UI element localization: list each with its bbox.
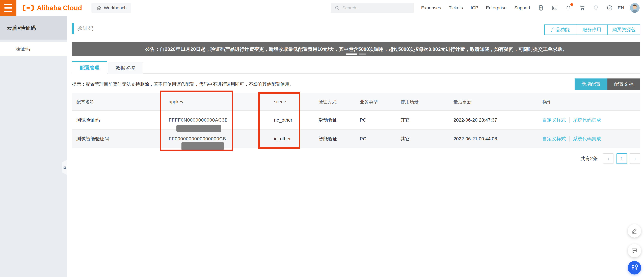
config-docs-button[interactable]: 配置文档 — [608, 78, 640, 90]
action-separator — [569, 136, 570, 142]
sidebar-header: 云盾●验证码 — [0, 16, 67, 40]
topbar-divider — [87, 4, 87, 12]
workbench-button[interactable]: Workbench — [92, 3, 131, 13]
sidebar-item-captcha[interactable]: 验证码 — [0, 42, 67, 56]
title-accent-bar — [72, 23, 74, 34]
logo-text: Alibaba Cloud — [37, 4, 82, 12]
cell-scene: nc_other — [270, 111, 314, 130]
current-page-button[interactable]: 1 — [616, 154, 627, 164]
service-suspend-button[interactable]: 服务停用 — [576, 24, 608, 35]
announcement-carousel — [346, 54, 366, 55]
system-code-link[interactable]: 系统代码集成 — [573, 117, 601, 123]
hint-text: 提示：配置管理目前暂时无法支持删除，若不再使用该条配置，代码中不进行调用即可，不… — [72, 81, 294, 87]
cell-last-updated: 2022-06-20 23:47:37 — [449, 111, 538, 130]
home-icon — [96, 5, 102, 10]
widgets-button[interactable] — [628, 261, 641, 274]
page-header: 验证码 产品功能 服务停用 购买资源包 — [67, 16, 644, 42]
console-terminal-icon[interactable] — [551, 4, 558, 11]
nav-link-tickets[interactable]: Tickets — [449, 5, 463, 10]
config-table: 配置名称 appkey scene 验证方式 业务类型 使用场景 最后更新 操作… — [72, 93, 640, 148]
custom-style-link[interactable]: 自定义样式 — [542, 136, 566, 142]
language-switcher[interactable]: EN — [618, 5, 624, 10]
main-content: 验证码 产品功能 服务停用 购买资源包 公告：自2020年11月20日起，验证码… — [67, 16, 644, 277]
total-count: 共有2条 — [580, 155, 598, 162]
col-usage-scene: 使用场景 — [396, 93, 449, 111]
tab-data-monitoring[interactable]: 数据监控 — [108, 62, 143, 74]
carousel-dash-active[interactable] — [346, 54, 357, 55]
cell-verify-type: 智能验证 — [314, 130, 356, 148]
cell-config-name: 测试智能验证码 — [72, 130, 164, 148]
cell-config-name: 测试验证码 — [72, 111, 164, 130]
pencil-icon — [631, 228, 638, 234]
system-code-link[interactable]: 系统代码集成 — [573, 136, 601, 142]
hamburger-menu-button[interactable] — [0, 0, 16, 16]
appkey-value: FF0000000000000000CB — [169, 136, 226, 142]
cell-biz-type: PC — [356, 130, 396, 148]
floating-buttons — [628, 224, 641, 274]
search-input[interactable] — [342, 5, 406, 10]
sidebar: 云盾●验证码 验证码 — [0, 16, 67, 277]
cart-icon[interactable] — [579, 4, 586, 11]
next-page-button[interactable]: › — [630, 154, 640, 164]
appkey-redaction — [176, 125, 221, 132]
workbench-label: Workbench — [104, 5, 126, 10]
topbar-icons: APP — [538, 4, 613, 11]
nav-link-icp[interactable]: ICP — [470, 5, 478, 10]
cell-verify-type: 滑动验证 — [314, 111, 356, 130]
page-title: 验证码 — [78, 25, 94, 32]
buy-resource-pack-button[interactable]: 购买资源包 — [608, 24, 640, 35]
col-verify-type: 验证方式 — [314, 93, 356, 111]
custom-style-link[interactable]: 自定义样式 — [542, 117, 566, 123]
cell-appkey: FF0000000000000000CB — [164, 130, 270, 148]
appkey-value: FFFF0N0000000000AC3B — [169, 117, 226, 123]
action-buttons: 新增配置 配置文档 — [574, 78, 640, 90]
page-header-buttons: 产品功能 服务停用 购买资源包 — [545, 24, 640, 35]
col-last-updated: 最后更新 — [449, 93, 538, 111]
col-actions: 操作 — [538, 93, 640, 111]
col-config-name: 配置名称 — [72, 93, 164, 111]
sidebar-collapse-handle[interactable] — [62, 160, 68, 175]
nav-link-enterprise[interactable]: Enterprise — [486, 5, 506, 10]
search-box[interactable] — [331, 3, 414, 13]
chat-support-button[interactable] — [628, 244, 641, 258]
cell-scene: ic_other — [270, 130, 314, 148]
svg-text:?: ? — [609, 6, 611, 10]
col-appkey: appkey — [164, 93, 270, 111]
carousel-dash-inactive[interactable] — [359, 54, 366, 55]
product-features-button[interactable]: 产品功能 — [544, 24, 576, 35]
topbar: Alibaba Cloud Workbench Expenses Tickets… — [0, 0, 644, 16]
user-avatar[interactable] — [630, 3, 640, 13]
tab-bar: 配置管理 数据监控 — [72, 61, 640, 74]
chat-icon — [631, 248, 638, 254]
topbar-links: Expenses Tickets ICP Enterprise Support — [421, 5, 530, 10]
col-biz-type: 业务类型 — [356, 93, 396, 111]
action-separator — [569, 117, 570, 123]
cell-last-updated: 2022-06-21 00:44:08 — [449, 130, 538, 148]
floating-divider — [628, 240, 641, 241]
tab-config-management[interactable]: 配置管理 — [72, 61, 107, 74]
table-header-row: 配置名称 appkey scene 验证方式 业务类型 使用场景 最后更新 操作 — [72, 93, 640, 111]
search-icon — [334, 5, 340, 10]
cell-biz-type: PC — [356, 111, 396, 130]
lightbulb-icon[interactable] — [592, 4, 599, 11]
alibaba-cloud-logo-icon — [22, 4, 34, 12]
help-icon[interactable]: ? — [606, 4, 613, 11]
pagination: 共有2条 ‹ 1 › — [67, 154, 640, 164]
appkey-redaction — [182, 142, 224, 150]
prev-page-button[interactable]: ‹ — [603, 154, 614, 164]
add-config-button[interactable]: 新增配置 — [574, 78, 608, 90]
col-scene: scene — [270, 93, 314, 111]
announcement-text: 公告：自2020年11月20日起，验证码产品进行计费变更，新增收取最低配置费用1… — [145, 46, 567, 53]
feedback-button[interactable] — [628, 224, 641, 238]
cell-usage-scene: 其它 — [396, 130, 449, 148]
mobile-app-icon[interactable]: APP — [538, 4, 544, 11]
nav-link-support[interactable]: Support — [514, 5, 530, 10]
notification-dot — [570, 3, 573, 6]
alibaba-cloud-logo[interactable]: Alibaba Cloud — [22, 4, 82, 12]
cell-actions: 自定义样式 系统代码集成 — [538, 130, 640, 148]
notifications-bell-icon[interactable] — [565, 4, 572, 11]
hint-row: 提示：配置管理目前暂时无法支持删除，若不再使用该条配置，代码中不进行调用即可，不… — [72, 78, 640, 90]
cell-actions: 自定义样式 系统代码集成 — [538, 111, 640, 130]
cell-appkey: FFFF0N0000000000AC3B — [164, 111, 270, 130]
nav-link-expenses[interactable]: Expenses — [421, 5, 441, 10]
